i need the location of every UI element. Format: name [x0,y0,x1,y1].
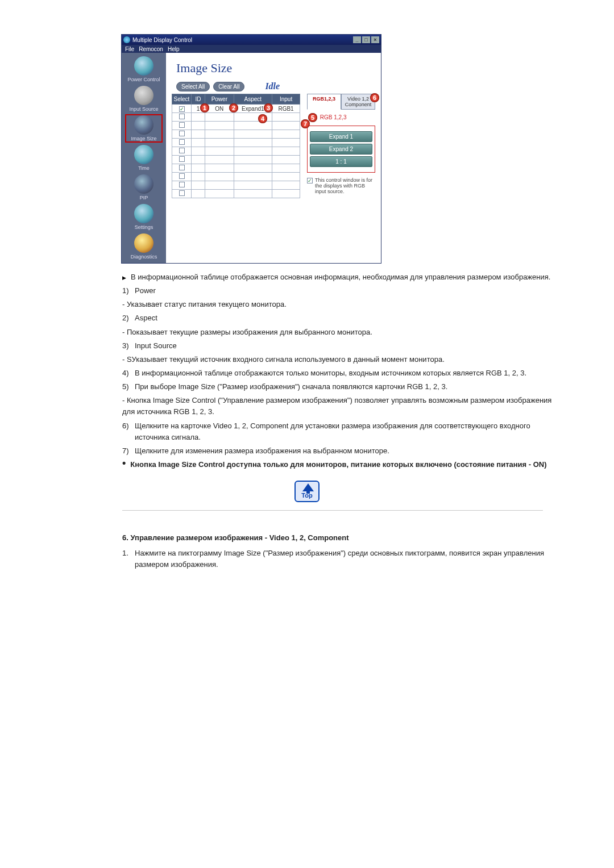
col-select: Select [172,94,192,105]
window-title: Multiple Display Control [132,37,353,43]
item-7: 7) Щелкните для изменения размера изобра… [122,445,554,457]
tab-rgb-label: RGB1,2,3 [313,96,335,102]
sidebar-item-diagnostics[interactable]: Diagnostics [126,233,161,260]
row-checkbox[interactable] [179,148,185,153]
right-pane: RGB1,2,3 Video 1,2 Component 6 5 RGB 1,2… [307,94,375,198]
callout-marker-1: 1 [200,103,209,112]
sidebar-item-label: Time [138,165,150,171]
expand2-button[interactable]: Expand 2 [310,144,372,155]
callout-marker-5: 5 [308,113,317,122]
callout-marker-2: 2 [229,103,238,112]
row-checkbox[interactable] [179,182,185,187]
row-checkbox[interactable] [179,156,185,162]
col-id: ID [192,94,205,105]
note-text: This control window is for the displays … [315,177,375,194]
settings-icon [134,204,154,223]
section-6-heading: 6. Управление размером изображения - Vid… [122,533,554,542]
table-row[interactable] [172,164,300,173]
arrow-icon [122,272,126,283]
tab-video-label: Video 1,2 Component [345,96,372,107]
input-source-icon [134,86,154,105]
panel-title: Image Size [166,53,381,81]
item-6: 6) Щелкните на карточке Video 1, 2, Comp… [122,420,554,443]
item-1-body: - Указывает статус питания текущего мони… [122,299,554,310]
row-checkbox[interactable] [179,190,185,196]
titlebar: Multiple Display Control _ □ × [122,35,381,45]
sidebar-item-label: Power Control [127,77,160,82]
item-4: 4) В информационной таблице отображаются… [122,368,554,379]
close-icon[interactable]: × [371,36,379,43]
tab-rgb[interactable]: RGB1,2,3 [307,94,341,110]
table-row[interactable] [172,130,300,139]
callout-marker-6: 6 [370,93,379,102]
app-window: Multiple Display Control _ □ × File Remo… [121,34,381,264]
sidebar-item-image-size[interactable]: Image Size [126,115,161,141]
table-row[interactable] [172,181,300,190]
back-to-top-button[interactable]: Top [294,481,320,502]
row-checkbox[interactable] [179,131,185,136]
item-5: 5) При выборе Image Size ("Размер изобра… [122,381,554,393]
sidebar-item-label: PIP [140,195,148,201]
sidebar-item-settings[interactable]: Settings [126,204,161,230]
sidebar-item-input-source[interactable]: Input Source [126,86,161,112]
menu-help[interactable]: Help [168,46,180,52]
maximize-icon[interactable]: □ [362,36,370,43]
sidebar-item-label: Input Source [129,106,158,112]
item-1: 1) Power [122,285,554,297]
bold-note: Кнопка Image Size Control доступна тольк… [122,459,554,470]
section-6-item-1: 1. Нажмите на пиктограмму Image Size ("Р… [122,548,554,570]
menu-file[interactable]: File [125,46,134,52]
minimize-icon[interactable]: _ [353,36,361,43]
menu-remocon[interactable]: Remocon [139,46,163,52]
app-icon [123,36,130,43]
clear-all-button[interactable]: Clear All [213,82,244,91]
callout-marker-7: 7 [301,119,310,128]
col-input: Input [272,94,300,105]
col-aspect: Aspect [234,94,272,105]
sidebar-item-pip[interactable]: PIP [126,174,161,201]
row-checkbox[interactable] [179,106,185,112]
select-all-button[interactable]: Select All [176,82,210,91]
time-icon [134,145,154,164]
diagnostics-icon [134,233,154,253]
sidebar-item-time[interactable]: Time [126,145,161,171]
expand1-button[interactable]: Expand 1 [310,131,372,142]
intro-bullet: В информационной таблице отображается ос… [122,272,554,283]
callout-marker-3: 3 [264,103,273,112]
power-control-icon [134,56,154,76]
sidebar: Power Control Input Source Image Size Ti… [122,53,166,263]
table-row[interactable] [172,147,300,156]
table-row[interactable] [172,173,300,181]
callout-marker-4: 4 [258,114,267,123]
row-checkbox[interactable] [179,122,185,128]
item-2-body: - Показывает текущие размеры изображения… [122,327,554,338]
table-row[interactable] [172,156,300,164]
sidebar-item-label: Diagnostics [131,254,157,260]
col-power: Power [205,94,234,105]
item-2: 2) Aspect [122,312,554,324]
pip-icon [134,174,154,194]
note-checkbox[interactable] [307,178,313,183]
row-checkbox[interactable] [179,139,185,145]
table-row[interactable] [172,190,300,198]
sidebar-item-label: Settings [135,224,154,230]
subtab-label: 5 RGB 1,2,3 [308,113,375,122]
row-checkbox[interactable] [179,165,185,170]
sidebar-item-label: Image Size [131,136,156,141]
image-size-icon [134,115,154,135]
item-3: 3) Input Source [122,340,554,352]
row-checkbox[interactable] [179,173,185,179]
menubar: File Remocon Help [122,45,381,53]
monitor-table: Select ID Power Aspect Input [172,94,300,198]
item-3-body: - SУказывает текущий источник входного с… [122,354,554,365]
table-row[interactable] [172,139,300,147]
table-row[interactable] [172,122,300,130]
sidebar-item-power-control[interactable]: Power Control [126,56,161,82]
table-row[interactable] [172,113,300,122]
idle-indicator: Idle [265,81,280,91]
item-5-sub: - Кнопка Image Size Control ("Управление… [122,395,554,418]
one-to-one-button[interactable]: 1 : 1 [310,156,372,167]
top-label: Top [296,492,318,499]
tab-video[interactable]: Video 1,2 Component 6 [341,94,375,110]
row-checkbox[interactable] [179,114,185,119]
